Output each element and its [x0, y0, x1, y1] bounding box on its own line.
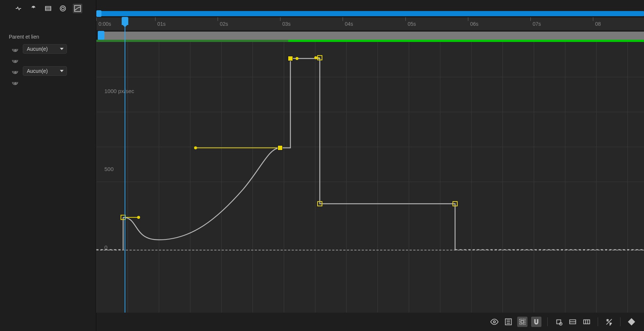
- grid-vline: [440, 42, 440, 313]
- frame-blend-icon[interactable]: [43, 4, 53, 13]
- pickwhip-icon[interactable]: [11, 56, 19, 64]
- separate-dimensions-icon[interactable]: xy: [604, 317, 614, 327]
- time-tick: 05s: [408, 17, 416, 30]
- zero-baseline: [96, 250, 644, 250]
- fit-all-icon[interactable]: [554, 317, 564, 327]
- workarea-start-handle[interactable]: [98, 31, 104, 40]
- grid-vline: [284, 42, 284, 313]
- parent-dropdown-2-label: Aucun(e): [27, 68, 48, 74]
- svg-text:x: x: [607, 318, 609, 322]
- toolbar-separator: [598, 317, 598, 326]
- grid-vline: [534, 42, 534, 313]
- time-tick: 03s: [282, 17, 291, 30]
- grid-vline: [221, 42, 222, 313]
- axis-label-500: 500: [104, 166, 114, 172]
- time-tick: 06s: [470, 17, 479, 30]
- timeline-area: 0:00s01s02s03s04s05s06s07s08 1000 px/sec…: [96, 0, 644, 331]
- svg-rect-10: [520, 319, 525, 325]
- grid-vline: [409, 42, 409, 313]
- diamond-icon: [628, 318, 635, 325]
- time-tick: 0:00s: [99, 17, 111, 30]
- edit-keyframe-icon[interactable]: [626, 317, 637, 327]
- graph-editor-icon[interactable]: [73, 4, 82, 13]
- parent-row-2: Aucun(e): [11, 66, 67, 76]
- time-tick: 04s: [345, 17, 353, 30]
- time-ruler[interactable]: 0:00s01s02s03s04s05s06s07s08: [96, 17, 644, 30]
- keyframe-4[interactable]: [317, 55, 322, 60]
- choose-graph-type-icon[interactable]: [503, 317, 514, 327]
- pickwhip-icon[interactable]: [11, 45, 19, 53]
- toolbar-separator: [547, 317, 548, 326]
- toolbar-separator: [620, 317, 620, 326]
- panel-header: Parent et lien: [9, 34, 39, 40]
- grid-vline: [346, 42, 347, 313]
- keyframe-2-handle-in[interactable]: [194, 146, 197, 149]
- grid-hline: [96, 147, 644, 147]
- grid-vline: [253, 42, 253, 313]
- motion-blur-icon[interactable]: [58, 4, 68, 13]
- grid-vline: [471, 42, 472, 313]
- svg-rect-11: [521, 320, 523, 323]
- parent-dropdown-1-label: Aucun(e): [27, 46, 48, 52]
- svg-text:y: y: [610, 322, 611, 325]
- svg-point-1: [60, 6, 66, 11]
- svg-rect-0: [46, 7, 51, 11]
- grid-vline: [159, 42, 159, 313]
- grid-hline: [96, 77, 644, 77]
- grid-vline: [315, 42, 315, 313]
- keyframe-1-handle-out[interactable]: [137, 216, 140, 219]
- grid-vline: [596, 42, 597, 313]
- parent-dropdown-2[interactable]: Aucun(e): [23, 66, 67, 76]
- svg-point-2: [61, 7, 64, 10]
- panel-mode-icons: [14, 4, 82, 13]
- parent-row-2b: [11, 78, 19, 86]
- time-tick: 08: [595, 17, 601, 30]
- axis-label-1000: 1000 px/sec: [104, 88, 134, 94]
- grid-hline: [96, 112, 644, 112]
- grid-hline: [96, 182, 644, 182]
- keyframe-5[interactable]: [317, 201, 322, 206]
- pickwhip-icon[interactable]: [11, 67, 19, 75]
- fit-selection-icon[interactable]: [568, 317, 578, 327]
- svg-rect-15: [584, 320, 590, 324]
- grid-vline: [96, 42, 97, 313]
- time-tick: 07s: [533, 17, 541, 30]
- grid-vline: [378, 42, 378, 313]
- workarea-bar: [96, 32, 644, 40]
- svg-point-8: [493, 321, 495, 323]
- ruler-scrollbar-thumb[interactable]: [96, 11, 644, 16]
- eye-icon[interactable]: [489, 317, 500, 327]
- keyframe-3[interactable]: [288, 56, 293, 61]
- graph-editor-toolbar: xy: [96, 313, 644, 331]
- parent-icon[interactable]: [29, 4, 38, 13]
- left-panel: Parent et lien Aucun(e) Aucun(e): [0, 0, 96, 331]
- ruler-scrollbar[interactable]: [96, 11, 644, 17]
- grid-vline: [190, 42, 190, 313]
- keyframe-3-handle-out[interactable]: [296, 57, 298, 60]
- parent-row-1: Aucun(e): [11, 44, 67, 54]
- keyframe-6[interactable]: [452, 201, 458, 206]
- grid-vline: [502, 42, 503, 313]
- speed-graph-svg: [96, 42, 644, 313]
- playhead[interactable]: [125, 17, 125, 313]
- graph-editor[interactable]: 1000 px/sec 500 0: [96, 42, 644, 313]
- ruler-scrollbar-handle[interactable]: [96, 10, 101, 17]
- time-tick: 02s: [220, 17, 228, 30]
- parent-dropdown-1[interactable]: Aucun(e): [23, 44, 67, 54]
- workarea-range[interactable]: [98, 32, 644, 40]
- time-tick: 01s: [157, 17, 166, 30]
- grid-vline: [128, 42, 128, 313]
- keyframe-2[interactable]: [278, 145, 283, 150]
- snap-icon[interactable]: [531, 317, 541, 327]
- playhead-handle[interactable]: [122, 17, 128, 25]
- show-transform-box-icon[interactable]: [517, 317, 527, 327]
- parent-row-1b: [11, 56, 19, 64]
- pickwhip-icon[interactable]: [11, 78, 19, 86]
- grid-vline: [565, 42, 565, 313]
- shy-icon[interactable]: [14, 4, 24, 13]
- svg-rect-12: [557, 320, 561, 324]
- grid-vline: [627, 42, 628, 313]
- keyframe-4-handle-in[interactable]: [314, 56, 317, 59]
- fit-all-graphs-icon[interactable]: [582, 317, 592, 327]
